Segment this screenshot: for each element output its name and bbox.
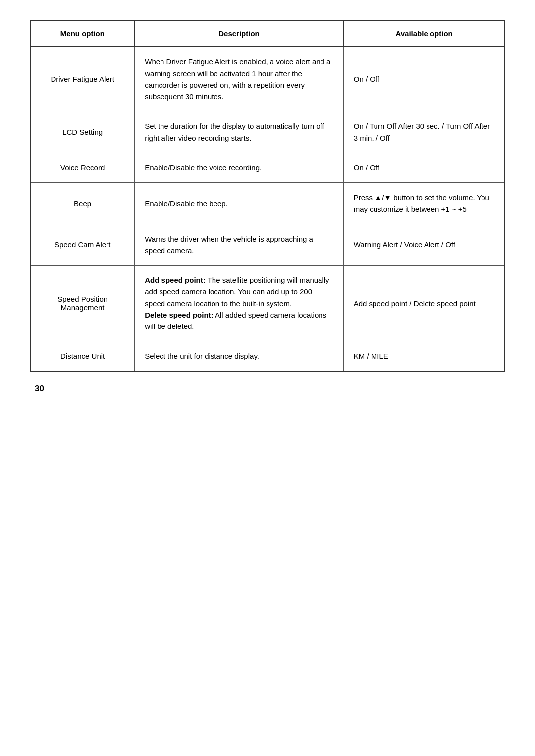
menu-item-beep: Beep — [30, 183, 135, 224]
desc-beep: Enable/Disable the beep. — [135, 183, 344, 224]
menu-item-driver-fatigue: Driver Fatigue Alert — [30, 47, 135, 111]
option-distance-unit: KM / MILE — [343, 341, 505, 372]
header-menu: Menu option — [30, 20, 135, 47]
down-arrow-icon — [384, 193, 391, 202]
desc-voice-record: Enable/Disable the voice recording. — [135, 153, 344, 182]
option-driver-fatigue: On / Off — [343, 47, 505, 111]
table-row: Beep Enable/Disable the beep. Press / bu… — [30, 183, 505, 224]
option-speed-cam-alert: Warning Alert / Voice Alert / Off — [343, 224, 505, 266]
option-beep: Press / button to set the volume. You ma… — [343, 183, 505, 224]
header-description: Description — [135, 20, 344, 47]
menu-item-speed-position: Speed Position Management — [30, 266, 135, 341]
option-lcd-setting: On / Turn Off After 30 sec. / Turn Off A… — [343, 111, 505, 153]
desc-speed-cam-alert: Warns the driver when the vehicle is app… — [135, 224, 344, 266]
option-voice-record: On / Off — [343, 153, 505, 182]
table-row: Driver Fatigue Alert When Driver Fatigue… — [30, 47, 505, 111]
table-row: Speed Cam Alert Warns the driver when th… — [30, 224, 505, 266]
table-row: Distance Unit Select the unit for distan… — [30, 341, 505, 372]
desc-driver-fatigue: When Driver Fatigue Alert is enabled, a … — [135, 47, 344, 111]
desc-speed-position: Add speed point: The satellite positioni… — [135, 266, 344, 341]
menu-item-speed-cam-alert: Speed Cam Alert — [30, 224, 135, 266]
table-row: Speed Position Management Add speed poin… — [30, 266, 505, 341]
desc-bold-add: Add speed point: — [145, 276, 206, 284]
table-row: LCD Setting Set the duration for the dis… — [30, 111, 505, 153]
desc-distance-unit: Select the unit for distance display. — [135, 341, 344, 372]
menu-item-lcd-setting: LCD Setting — [30, 111, 135, 153]
desc-bold-delete: Delete speed point: — [145, 311, 213, 319]
up-arrow-icon — [374, 193, 382, 202]
menu-item-voice-record: Voice Record — [30, 153, 135, 182]
option-speed-position: Add speed point / Delete speed point — [343, 266, 505, 341]
desc-lcd-setting: Set the duration for the display to auto… — [135, 111, 344, 153]
table-row: Voice Record Enable/Disable the voice re… — [30, 153, 505, 182]
menu-options-table: Menu option Description Available option… — [30, 20, 505, 372]
menu-item-distance-unit: Distance Unit — [30, 341, 135, 372]
page-number: 30 — [30, 384, 505, 394]
header-available: Available option — [343, 20, 505, 47]
